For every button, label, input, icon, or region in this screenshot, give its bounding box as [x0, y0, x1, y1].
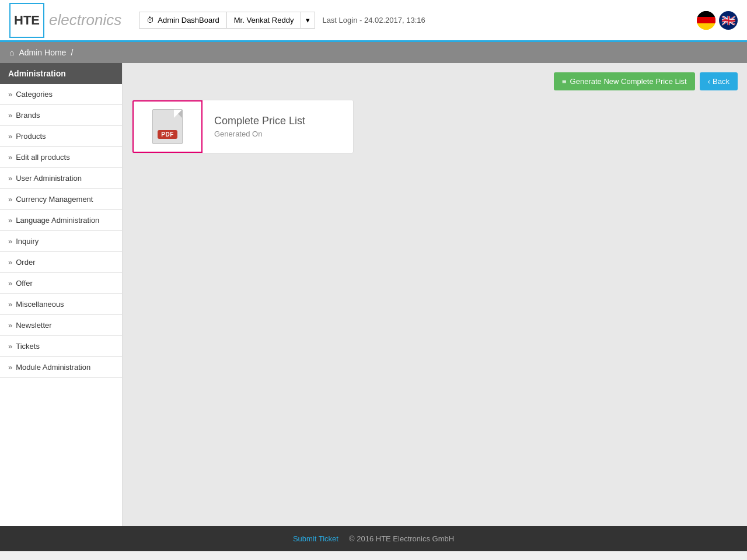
sidebar-item-language-administration[interactable]: » Language Administration — [0, 210, 122, 231]
chevron-down-icon: ▾ — [306, 16, 310, 24]
submit-ticket-link[interactable]: Submit Ticket — [293, 534, 338, 543]
bullet-icon: » — [8, 363, 12, 372]
user-name: Mr. Venkat Reddy — [234, 16, 294, 24]
dashboard-label: Admin DashBoard — [158, 16, 219, 24]
logo-square: HTE — [9, 3, 44, 38]
price-list-generated-on: Generated On — [214, 130, 305, 138]
sidebar-item-offer[interactable]: » Offer — [0, 273, 122, 294]
bullet-icon: » — [8, 153, 12, 162]
sidebar-item-currency-management[interactable]: » Currency Management — [0, 189, 122, 210]
content-area: ≡ Generate New Complete Price List ‹ Bac… — [123, 63, 747, 526]
header-center: ⏱ Admin DashBoard Mr. Venkat Reddy ▾ Las… — [139, 12, 697, 29]
bullet-icon: » — [8, 258, 12, 267]
home-icon: ⌂ — [9, 48, 14, 57]
sidebar-title: Administration — [0, 63, 122, 84]
price-list-card[interactable]: PDF Complete Price List Generated On — [132, 100, 354, 153]
bullet-icon: » — [8, 342, 12, 351]
bullet-icon: » — [8, 216, 12, 225]
clock-icon: ⏱ — [146, 16, 154, 24]
back-btn-label: Back — [713, 77, 729, 86]
back-button[interactable]: ‹ Back — [700, 72, 738, 90]
pdf-badge: PDF — [158, 130, 177, 139]
pdf-icon-box: PDF — [132, 100, 203, 153]
price-list-info: Complete Price List Generated On — [203, 100, 317, 153]
copyright: © 2016 HTE Electronics GmbH — [349, 534, 454, 543]
sidebar-item-products[interactable]: » Products — [0, 126, 122, 147]
logo-letters: HTE — [14, 13, 40, 28]
bullet-icon: » — [8, 279, 12, 288]
price-list-title: Complete Price List — [214, 115, 305, 127]
sidebar: Administration » Categories» Brands» Pro… — [0, 63, 123, 526]
bullet-icon: » — [8, 132, 12, 141]
sidebar-item-brands[interactable]: » Brands — [0, 105, 122, 126]
sidebar-item-categories[interactable]: » Categories — [0, 84, 122, 105]
dashboard-button[interactable]: ⏱ Admin DashBoard — [139, 12, 226, 29]
user-dropdown-button[interactable]: ▾ — [301, 12, 315, 29]
sidebar-item-edit-all-products[interactable]: » Edit all products — [0, 147, 122, 168]
header: HTE electronics ⏱ Admin DashBoard Mr. Ve… — [0, 0, 747, 42]
bullet-icon: » — [8, 321, 12, 330]
sidebar-item-tickets[interactable]: » Tickets — [0, 336, 122, 357]
footer-separator — [341, 534, 347, 543]
last-login: Last Login - 24.02.2017, 13:16 — [322, 16, 425, 24]
english-flag[interactable] — [719, 11, 738, 30]
back-icon: ‹ — [708, 77, 710, 86]
generate-price-list-button[interactable]: ≡ Generate New Complete Price List — [554, 72, 695, 90]
list-icon: ≡ — [562, 77, 567, 86]
breadcrumb-home[interactable]: Admin Home — [19, 48, 66, 57]
sidebar-item-user-administration[interactable]: » User Administration — [0, 168, 122, 189]
generate-btn-label: Generate New Complete Price List — [570, 77, 687, 86]
sidebar-items: » Categories» Brands» Products» Edit all… — [0, 84, 122, 378]
bullet-icon: » — [8, 174, 12, 183]
bullet-icon: » — [8, 195, 12, 204]
logo-brand: electronics — [49, 11, 121, 29]
language-flags — [697, 11, 738, 30]
logo: HTE electronics — [9, 3, 121, 38]
breadcrumb-separator: / — [71, 48, 73, 57]
footer: Submit Ticket © 2016 HTE Electronics Gmb… — [0, 526, 747, 551]
user-button[interactable]: Mr. Venkat Reddy — [226, 12, 302, 29]
sidebar-item-order[interactable]: » Order — [0, 252, 122, 273]
sidebar-item-newsletter[interactable]: » Newsletter — [0, 315, 122, 336]
main-layout: Administration » Categories» Brands» Pro… — [0, 63, 747, 526]
content-toolbar: ≡ Generate New Complete Price List ‹ Bac… — [132, 72, 738, 90]
sidebar-item-module-administration[interactable]: » Module Administration — [0, 357, 122, 378]
german-flag[interactable] — [697, 11, 715, 30]
bullet-icon: » — [8, 300, 12, 309]
bullet-icon: » — [8, 237, 12, 246]
pdf-icon: PDF — [152, 109, 183, 144]
sidebar-item-miscellaneous[interactable]: » Miscellaneous — [0, 294, 122, 315]
bullet-icon: » — [8, 90, 12, 99]
bullet-icon: » — [8, 111, 12, 120]
sidebar-item-inquiry[interactable]: » Inquiry — [0, 231, 122, 252]
breadcrumb-bar: ⌂ Admin Home / — [0, 42, 747, 63]
